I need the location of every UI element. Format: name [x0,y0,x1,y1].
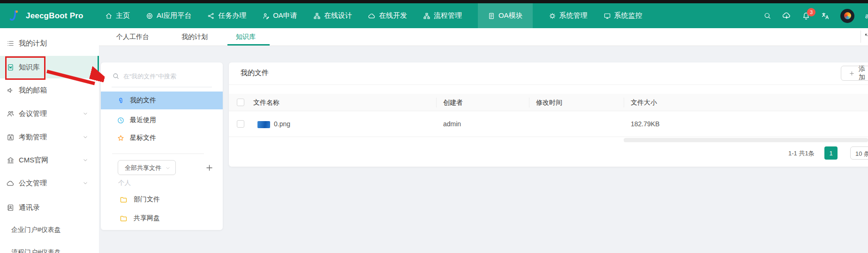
brand[interactable]: JeecgBoot Pro [8,3,83,28]
chevron-down-icon [83,157,88,163]
nav-item-label: 系统管理 [559,11,588,20]
navbar-actions: 3 admin [763,3,868,28]
tab-1[interactable]: 个人工作台 [116,28,149,45]
search-underline [112,87,212,87]
tabbar-divider [860,31,861,43]
people-icon [7,110,15,118]
tab-3[interactable]: 知识库 [236,28,256,45]
nav-item-label: OA模块 [498,11,523,20]
share-filter-select[interactable]: 全部共享文件 [118,160,176,175]
page-size-select[interactable]: 10 条/页 [850,146,868,160]
section-label: 个人 [118,179,131,187]
add-button[interactable]: 添加 [841,66,868,81]
sidebar-item-4[interactable]: 会议管理 [0,107,99,120]
nav-item-label: 系统监控 [614,11,642,20]
cloud-icon [7,179,15,187]
username[interactable]: admin [865,12,868,20]
sidebar-item-1[interactable]: 我的计划 [0,37,99,50]
file-name: 0.png [274,111,290,137]
sidebar-item-label: CMS官网 [19,156,48,165]
nav-item-2[interactable]: AI应用平台 [146,3,191,28]
table-header: 文件名称创建者修改时间文件大小 [229,94,868,111]
select-all-checkbox[interactable] [237,99,244,106]
share-filter-value: 全部共享文件 [125,164,161,172]
annotation-red-box [5,56,45,80]
sidebar-item-label: 公文管理 [19,179,47,188]
sidebar-item-label: 考勤管理 [19,133,47,142]
folder-item-2[interactable]: 共享网盘 [101,209,223,227]
nav-item-8[interactable]: OA模块 [478,3,533,28]
monitor-icon [604,12,611,20]
file-nav-1[interactable]: 我的文件 [101,92,223,109]
sidebar-item-8[interactable]: 通讯录 [0,201,99,214]
file-nav-label: 最近使用 [130,116,156,124]
file-nav-3[interactable]: 星标文件 [101,129,223,147]
nav-item-3[interactable]: 任务办理 [207,3,246,28]
notification-badge: 3 [807,8,815,16]
table-row[interactable]: 0.pngadmin182.79KB [229,111,868,137]
sidebar-item-label: 流程门户#仪表盘 [11,248,61,253]
file-search [101,62,223,87]
tab-2[interactable]: 我的计划 [181,28,208,45]
nav-item-10[interactable]: 系统监控 [604,3,642,28]
nav-item-6[interactable]: 在线开发 [368,3,407,28]
pagination: 1-1 共1条 1 10 条/页 [229,146,868,160]
file-search-input[interactable] [122,69,209,83]
sidebar-item-10[interactable]: 流程门户#仪表盘 [0,246,99,253]
translate-icon[interactable] [821,12,830,20]
file-thumbnail [257,121,270,128]
nav-item-9[interactable]: 系统管理 [549,3,588,28]
cloud-icon [368,12,376,20]
notification-bell[interactable]: 3 [802,12,810,20]
folder-icon [120,215,128,222]
header-divider [229,84,868,85]
user-edit-icon [262,12,270,20]
nav-item-4[interactable]: OA申请 [262,3,297,28]
list-icon [7,39,15,47]
sidebar-item-5[interactable]: 考勤管理 [0,130,99,144]
chevron-down-icon [165,165,171,171]
pagination-page-1[interactable]: 1 [824,146,838,160]
file-nav-2[interactable]: 最近使用 [101,111,223,129]
add-folder-button[interactable] [205,163,214,172]
main-menu: 主页AI应用平台任务办理OA申请在线设计在线开发流程管理OA模块系统管理系统监控 [105,3,642,28]
sidebar-item-7[interactable]: 公文管理 [0,176,99,190]
speaker-icon [7,86,15,94]
nav-item-7[interactable]: 流程管理 [423,3,462,28]
file-size: 182.79KB [631,111,660,137]
folder-item-1[interactable]: 部门文件 [101,191,223,208]
sidebar-item-9[interactable]: 企业门户#仪表盘 [0,223,99,237]
sidebar-item-6[interactable]: CMS官网 [0,153,99,167]
nav-item-5[interactable]: 在线设计 [313,3,352,28]
tab-bar: 个人工作台我的计划知识库 [99,28,868,46]
file-tree-panel: 我的文件最近使用星标文件 全部共享文件 个人 部门文件共享网盘 [101,62,223,230]
sidebar-item-label: 通讯录 [19,203,40,212]
expand-icon[interactable] [864,33,868,40]
active-tab-underline [227,44,270,46]
bank-icon [7,156,15,164]
column-header-2: 创建者 [443,94,463,111]
page-size-value: 10 条/页 [855,150,868,158]
sidebar-item-label: 会议管理 [19,109,47,118]
sidebar-item-label: 我的计划 [19,39,47,48]
file-nav-label: 星标文件 [130,134,156,142]
nav-item-label: 流程管理 [434,11,462,20]
column-header-1: 文件名称 [253,94,279,111]
column-divider [529,98,529,107]
cloud-download-icon[interactable] [782,11,791,20]
nav-item-1[interactable]: 主页 [105,3,130,28]
horizontal-scrollbar-thumb[interactable] [624,138,868,142]
pagination-total: 1-1 共1条 [788,149,815,158]
browser-strip [0,0,868,3]
search-icon[interactable] [763,12,771,20]
calendar-icon [7,133,15,141]
chevron-down-icon [83,180,88,186]
row-checkbox[interactable] [237,120,244,128]
file-nav-label: 我的文件 [130,96,156,105]
app-root: JeecgBoot Pro 主页AI应用平台任务办理OA申请在线设计在线开发流程… [0,0,868,253]
sitemap-icon [423,12,430,20]
clock-icon [117,116,125,124]
avatar[interactable] [840,9,854,23]
sidebar-item-label: 我的邮箱 [19,86,47,95]
logo-icon [8,9,21,22]
